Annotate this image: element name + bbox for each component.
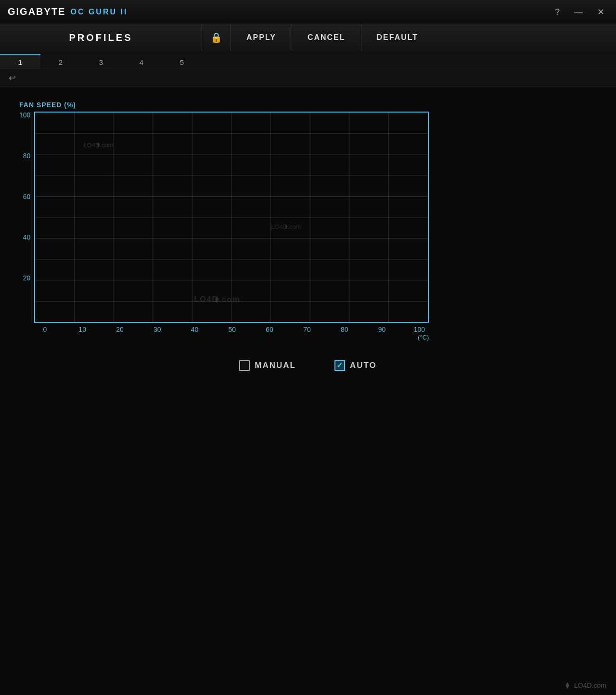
undo-area: ↩ [0,69,616,87]
profile-tabs: 1 2 3 4 5 [0,52,616,69]
y-label-0 [28,316,30,322]
y-label-60: 60 [23,193,31,200]
profile-tab-1[interactable]: 1 [0,54,40,69]
auto-checkbox-item[interactable]: ✓ AUTO [334,360,377,371]
x-label-60: 60 [260,326,279,333]
x-label-20: 20 [110,326,129,333]
bottom-logo-icon [564,682,571,689]
cancel-button[interactable]: CANCEL [292,24,361,51]
x-label-50: 50 [222,326,242,333]
x-label-100: 100 [410,326,429,333]
x-label-30: 30 [148,326,167,333]
x-label-80: 80 [335,326,354,333]
x-label-40: 40 [185,326,205,333]
fan-speed-label: FAN SPEED (%) [19,101,597,109]
auto-checkmark: ✓ [336,362,343,369]
close-button[interactable]: ✕ [593,6,608,18]
x-label-70: 70 [297,326,317,333]
x-label-90: 90 [372,326,392,333]
checkbox-area: MANUAL ✓ AUTO [19,360,597,371]
manual-label: MANUAL [255,361,296,370]
help-button[interactable]: ? [551,6,564,18]
default-button[interactable]: DEFAULT [361,24,434,51]
profile-tab-2[interactable]: 2 [40,54,81,69]
profile-tab-5[interactable]: 5 [162,54,202,69]
brand-area: GIGABYTE OC GURU II [8,6,128,17]
header-bar: PROFILES 🔒 APPLY CANCEL DEFAULT [0,24,616,52]
ocguru-subtitle: OC GURU II [70,8,128,16]
apply-button[interactable]: APPLY [231,24,292,51]
chart-wrapper: 100 80 60 40 20 [19,112,597,341]
y-label-80: 80 [23,152,31,159]
manual-checkbox[interactable] [239,360,250,371]
gigabyte-brand: GIGABYTE [8,6,65,17]
bottom-bar: LO4D.com [564,682,606,689]
title-bar: GIGABYTE OC GURU II ? — ✕ [0,0,616,24]
x-unit: (°C) [34,333,429,341]
undo-button[interactable]: ↩ [5,71,20,85]
lock-icon[interactable]: 🔒 [210,32,222,43]
manual-checkbox-item[interactable]: MANUAL [239,360,296,371]
x-label-0: 0 [35,326,54,333]
chart-area: LO4D.com LO4D.com LO4D.com 0 10 20 30 40… [34,112,597,341]
profiles-label-area: PROFILES [0,24,202,51]
y-axis: 100 80 60 40 20 [19,112,34,323]
y-label-100: 100 [19,112,30,118]
window-controls: ? — ✕ [551,6,608,18]
profile-tab-4[interactable]: 4 [121,54,162,69]
main-content: FAN SPEED (%) 100 80 60 40 20 [0,87,616,380]
auto-label: AUTO [350,361,377,370]
lock-area[interactable]: 🔒 [202,24,231,51]
x-axis: 0 10 20 30 40 50 60 70 80 90 100 [34,323,429,333]
y-label-40: 40 [23,234,31,240]
bottom-logo-text: LO4D.com [574,682,606,689]
minimize-button[interactable]: — [570,6,587,18]
chart-grid[interactable]: LO4D.com LO4D.com LO4D.com [34,112,429,323]
y-label-20: 20 [23,275,31,281]
profile-tab-3[interactable]: 3 [81,54,121,69]
profiles-heading: PROFILES [69,32,132,43]
auto-checkbox[interactable]: ✓ [334,360,345,371]
x-label-10: 10 [73,326,92,333]
